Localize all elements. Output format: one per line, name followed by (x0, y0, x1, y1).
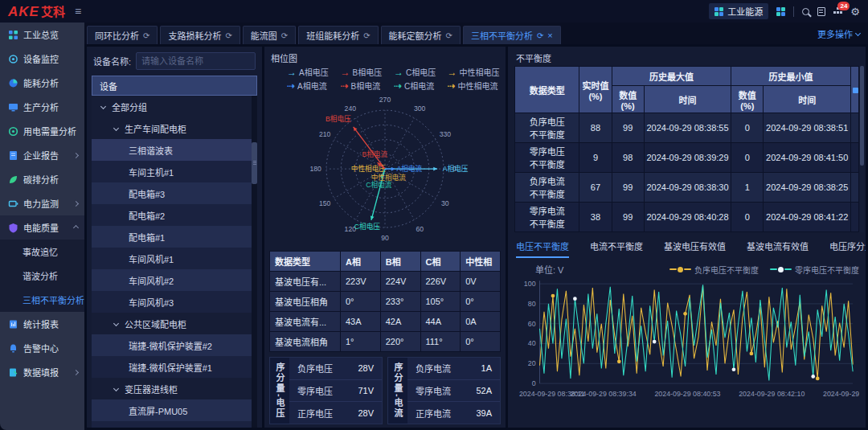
table-row: 零序电压不平衡度9982024-09-29 08:39:2902024-09-2… (515, 143, 859, 173)
sidebar-subitem-three-phase-unbalance[interactable]: 三相不平衡分析 (0, 288, 84, 312)
edit-document-icon (8, 367, 18, 378)
trend-tab-voltage-unbalance[interactable]: 电压不平衡度 (516, 240, 569, 258)
sidebar-item-energy-analysis[interactable]: 能耗分析 (0, 71, 84, 95)
app-window: AKE 艾科 ≡ 工业能源 24 ⚙ 工业总览 (0, 0, 868, 430)
report-icon[interactable] (817, 7, 825, 16)
refresh-icon[interactable]: ⟳ (537, 31, 543, 40)
unbalance-panel: 不平衡度 数据类型 实时值 (%) 历史最大值 历史最小值 (508, 47, 866, 428)
column-header: 数据类型 (270, 252, 341, 272)
legend-item[interactable]: ⇢B相电流 (341, 80, 395, 92)
legend-item[interactable]: ⇢中性相电流 (448, 80, 502, 92)
legend-item[interactable]: →C相电压 (394, 66, 448, 78)
settings-corner-icon[interactable] (853, 88, 858, 93)
svg-text:2024-09-29 08:42:10: 2024-09-29 08:42:10 (739, 390, 805, 398)
tree-item[interactable]: 三相谐波表 (92, 139, 257, 161)
legend-item[interactable]: ⇢C相电流 (394, 80, 448, 92)
tab-period-comparison[interactable]: 同环比分析⟳ (87, 26, 158, 44)
legend-item[interactable]: 负序电压不平衡度 (669, 264, 759, 276)
sidebar-item-carbon-analysis[interactable]: 碳排分析 (0, 167, 84, 191)
device-tree: 全部分组 生产车间配电柜 三相谐波表 车间主机#1 配电箱#3 配电箱#2 配电… (92, 96, 257, 428)
sidebar-item-demand-analysis[interactable]: 用电需量分析 (0, 119, 84, 143)
sidebar-item-power-quality[interactable]: 电能质量 (0, 215, 84, 240)
phase-title: 相位图 (269, 50, 501, 66)
legend-item[interactable]: →B相电压 (341, 66, 395, 78)
tree-group[interactable]: 变压器进线柜 (92, 378, 257, 399)
notification-badge: 24 (837, 2, 850, 10)
legend-item[interactable]: →中性相电压 (448, 66, 502, 78)
arrow-icon: ⇢ (448, 82, 456, 90)
legend-line (770, 268, 777, 270)
tree-item[interactable]: 瑞捷-微机保护装置#2 (92, 334, 257, 356)
apps-grid-icon[interactable] (776, 7, 785, 16)
svg-text:2024-09-29 08:43:27: 2024-09-29 08:43:27 (823, 390, 859, 398)
tree-scrollbar[interactable] (252, 96, 257, 428)
refresh-icon[interactable]: ⟳ (225, 31, 231, 40)
refresh-icon[interactable]: ⟳ (446, 31, 452, 40)
tab-energy-flow[interactable]: 能流图⟳ (243, 26, 296, 44)
sidebar-collapse-icon[interactable]: ≡ (75, 5, 81, 18)
sidebar-item-device-monitor[interactable]: 设备监控 (0, 47, 84, 71)
trend-tab-voltage-sequence[interactable]: 电压序分量 (829, 240, 866, 258)
search-icon[interactable] (802, 8, 809, 15)
refresh-icon[interactable]: ⟳ (143, 31, 149, 40)
table-row: 基波电压相角0°233°105°0° (270, 292, 501, 312)
trend-tab-fund-voltage-rms[interactable]: 基波电压有效值 (664, 240, 726, 258)
table-scrollbar[interactable] (860, 66, 864, 232)
gear-icon[interactable]: ⚙ (850, 6, 860, 18)
refresh-icon[interactable]: ⟳ (363, 31, 370, 40)
tree-item[interactable]: 直流屏-PMU05 (92, 399, 257, 421)
svg-text:60: 60 (528, 320, 536, 328)
table-scrollbar-handle[interactable] (860, 66, 864, 166)
svg-text:A相电流: A相电流 (396, 164, 422, 173)
tree-item[interactable]: 特变-温控仪#1 (92, 421, 257, 428)
arrow-icon: → (287, 68, 297, 76)
trend-tab-current-unbalance[interactable]: 电流不平衡度 (590, 240, 643, 258)
legend-item[interactable]: →A相电压 (287, 66, 341, 78)
sidebar-item-power-monitoring[interactable]: 电力监测 (0, 191, 84, 215)
column-header: A相 (341, 252, 381, 272)
list-item: 正序电压28V (289, 402, 382, 424)
sidebar-item-enterprise-report[interactable]: 企业报告 (0, 143, 84, 167)
sidebar-item-statistic-report[interactable]: 统计报表 (0, 312, 84, 336)
refresh-icon[interactable]: ⟳ (281, 31, 288, 40)
device-tree-header[interactable]: 设备 (92, 76, 257, 96)
workspace-switcher[interactable]: 工业能源 (709, 3, 768, 19)
tree-group[interactable]: 生产车间配电柜 (92, 117, 257, 139)
tab-three-phase-unbalance[interactable]: 三相不平衡分析⟳× (463, 26, 561, 44)
tree-item[interactable]: 瑞捷-微机保护装置#1 (92, 356, 257, 378)
sidebar-subitem-harmonic-analysis[interactable]: 谐波分析 (0, 264, 84, 288)
tree-item[interactable]: 配电箱#1 (92, 226, 257, 248)
power-quality-submenu: 事故追忆 谐波分析 三相不平衡分析 (0, 240, 84, 312)
legend-item[interactable]: ⇢A相电流 (287, 80, 341, 92)
tree-group[interactable]: 全部分组 (92, 96, 257, 117)
tab-branch-loss[interactable]: 支路损耗分析⟳ (160, 26, 240, 44)
sidebar-subitem-fault-recall[interactable]: 事故追忆 (0, 240, 84, 264)
sidebar-item-overview[interactable]: 工业总览 (0, 23, 84, 47)
tree-item[interactable]: 车间风机#2 (92, 269, 257, 291)
device-search-input[interactable] (136, 52, 256, 70)
legend-item[interactable]: 零序电压不平衡度 (770, 264, 859, 276)
sidebar-item-production-analysis[interactable]: 生产分析 (0, 95, 84, 119)
sidebar-item-alarm-center[interactable]: 告警中心 (0, 336, 84, 360)
device-panel: 设备名称: 设备 全部分组 生产车间配电柜 三相谐波表 车间主机#1 配电箱#3… (87, 47, 262, 428)
trend-tab-fund-current-rms[interactable]: 基波电流有效值 (747, 240, 809, 258)
tab-energy-quota[interactable]: 能耗定额分析⟳ (381, 26, 461, 44)
more-actions-button[interactable]: 更多操作 (817, 27, 860, 44)
chevron-down-icon (113, 386, 119, 391)
svg-text:C相电压: C相电压 (354, 222, 380, 231)
tree-item[interactable]: 配电箱#3 (92, 182, 257, 204)
tree-item[interactable]: 车间风机#3 (92, 291, 257, 313)
tree-item[interactable]: 车间主机#1 (92, 161, 257, 182)
message-icon[interactable]: 24 (833, 7, 842, 15)
tree-scrollbar-handle[interactable] (252, 142, 257, 184)
tree-item[interactable]: 车间风机#1 (92, 248, 257, 269)
tree-item[interactable]: 配电箱#2 (92, 204, 257, 226)
chevron-right-icon (73, 369, 79, 375)
tree-group[interactable]: 公共区域配电柜 (92, 313, 257, 334)
unbalance-table: 数据类型 实时值 (%) 历史最大值 历史最小值 数值 (%) 时间 数值 ( (514, 66, 859, 232)
close-icon[interactable]: × (547, 31, 552, 40)
brand-cn: 艾科 (41, 2, 65, 19)
list-item: 负序电压28V (289, 358, 382, 380)
sidebar-item-data-entry[interactable]: 数据填报 (0, 360, 84, 384)
tab-team-energy[interactable]: 班组能耗分析⟳ (298, 26, 378, 44)
